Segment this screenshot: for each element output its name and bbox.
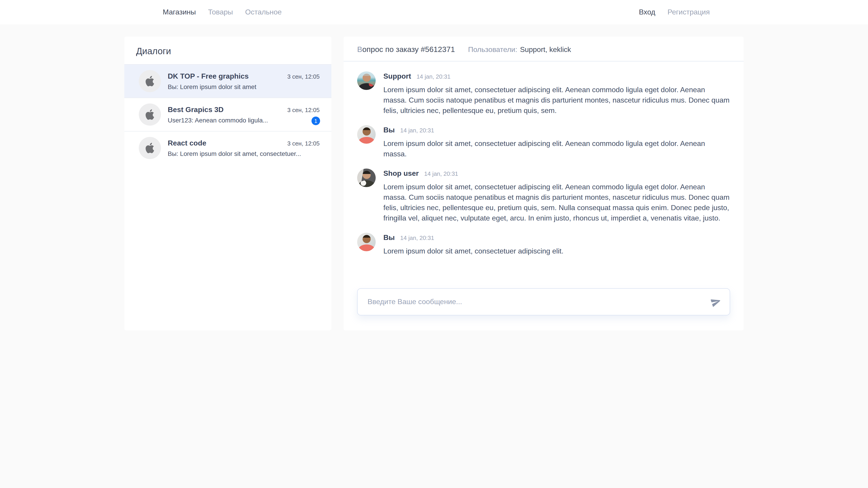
message-time: 14 jan, 20:31 — [400, 127, 434, 134]
dialogs-panel: Диалоги DK TOP - Free graphics 3 сен, 12… — [124, 37, 331, 330]
message-text: Lorem ipsum dolor sit amet, consectetuer… — [383, 85, 730, 116]
message-shop-user: Shop user 14 jan, 20:31 Lorem ipsum dolo… — [357, 168, 730, 223]
nav-item-products[interactable]: Товары — [208, 8, 233, 16]
apple-logo-icon — [145, 109, 155, 120]
avatar-you — [357, 125, 376, 144]
shop-avatar — [139, 103, 161, 126]
message-time: 14 jan, 20:31 — [416, 73, 451, 80]
chat-panel: Вопрос по заказу #5612371 Пользователи: … — [344, 37, 744, 330]
dialog-info: Best Grapics 3D 3 сен, 12:05 User123: Ae… — [168, 105, 320, 124]
message-text: Lorem ipsum dolor sit amet, consectetuer… — [383, 138, 730, 159]
unread-badge: 1 — [311, 117, 320, 125]
send-plane-icon — [709, 295, 723, 308]
message-author: Вы — [383, 126, 395, 134]
avatar-you — [357, 233, 376, 251]
apple-logo-icon — [145, 143, 155, 153]
message-you: Вы 14 jan, 20:31 Lorem ipsum dolor sit a… — [357, 125, 730, 159]
page: Магазины Товары Остальное Вход Регистрац… — [0, 0, 868, 488]
nav-item-login[interactable]: Вход — [639, 8, 655, 16]
top-navbar: Магазины Товары Остальное Вход Регистрац… — [0, 0, 868, 24]
nav-right-group: Вход Регистрация — [639, 8, 710, 16]
message-support: Support 14 jan, 20:31 Lorem ipsum dolor … — [357, 71, 730, 116]
message-list: Support 14 jan, 20:31 Lorem ipsum dolor … — [344, 61, 744, 256]
chat-header: Вопрос по заказу #5612371 Пользователи: … — [344, 37, 744, 61]
message-time: 14 jan, 20:31 — [400, 234, 434, 241]
dialog-preview: Вы: Lorem ipsum dolor sit amet — [168, 83, 320, 90]
dialog-title: Best Grapics 3D — [168, 105, 223, 113]
dialog-time: 3 сен, 12:05 — [287, 73, 320, 80]
message-text: Lorem ipsum dolor sit amet, consectetuer… — [383, 182, 730, 223]
dialog-item-react-code[interactable]: React code 3 сен, 12:05 Вы: Lorem ipsum … — [124, 131, 331, 164]
shop-avatar — [139, 70, 161, 92]
dialog-title: React code — [168, 139, 206, 147]
dialog-preview: Вы: Lorem ipsum dolor sit amet, consecte… — [168, 150, 320, 157]
shop-avatar — [139, 137, 161, 159]
dialog-preview: User123: Aenean commodo ligula... — [168, 116, 320, 124]
dialogs-title: Диалоги — [124, 37, 331, 64]
message-text: Lorem ipsum dolor sit amet, consectetuer… — [383, 246, 730, 256]
dialog-title: DK TOP - Free graphics — [168, 72, 249, 80]
message-time: 14 jan, 20:31 — [424, 170, 458, 177]
nav-item-register[interactable]: Регистрация — [668, 8, 710, 16]
chat-title: Вопрос по заказу #5612371 — [357, 45, 455, 54]
participants-value: Support, keklick — [520, 46, 571, 54]
message-you: Вы 14 jan, 20:31 Lorem ipsum dolor sit a… — [357, 233, 730, 256]
dialog-time: 3 сен, 12:05 — [287, 140, 320, 147]
send-button[interactable] — [706, 292, 726, 312]
dialog-item-best-grapics[interactable]: Best Grapics 3D 3 сен, 12:05 User123: Ae… — [124, 98, 331, 131]
nav-item-shops[interactable]: Магазины — [163, 8, 196, 16]
participants-label: Пользователи: — [468, 46, 518, 54]
nav-item-other[interactable]: Остальное — [245, 8, 282, 16]
dialog-time: 3 сен, 12:05 — [287, 106, 320, 113]
dialog-info: React code 3 сен, 12:05 Вы: Lorem ipsum … — [168, 139, 320, 157]
message-author: Вы — [383, 234, 395, 242]
apple-logo-icon — [145, 76, 155, 86]
message-author: Support — [383, 72, 411, 80]
message-author: Shop user — [383, 169, 418, 177]
avatar-support — [357, 71, 376, 90]
message-input[interactable] — [367, 297, 699, 306]
avatar-shop-user — [357, 168, 376, 187]
nav-left-group: Магазины Товары Остальное — [163, 8, 282, 16]
dialog-item-dk-top[interactable]: DK TOP - Free graphics 3 сен, 12:05 Вы: … — [124, 64, 331, 98]
dialog-info: DK TOP - Free graphics 3 сен, 12:05 Вы: … — [168, 72, 320, 90]
message-composer — [357, 288, 730, 315]
